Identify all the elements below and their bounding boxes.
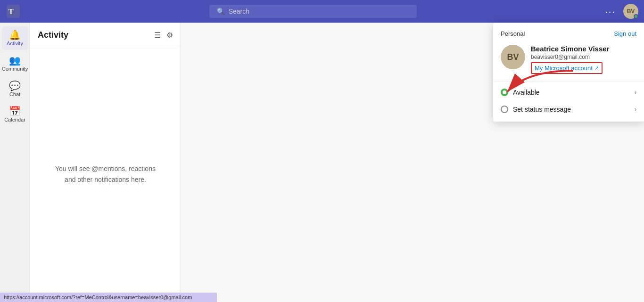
activity-title: Activity xyxy=(38,30,68,40)
dropdown-user-email: beavisser0@gmail.com xyxy=(531,54,609,60)
dropdown-avatar-initials: BV xyxy=(507,52,519,62)
activity-empty-state: You will see @mentions, reactions and ot… xyxy=(30,46,181,302)
sidebar-item-label-activity: Activity xyxy=(7,41,23,46)
teams-logo[interactable]: T xyxy=(6,4,21,19)
statusbar: https://account.microsoft.com/?ref=MeCon… xyxy=(0,293,217,302)
sidebar-item-label-community: Community xyxy=(2,66,28,72)
dropdown-user-section: BV Beatrice Simone Visser beavisser0@gma… xyxy=(493,41,644,80)
settings-icon[interactable]: ⚙ xyxy=(166,31,173,40)
set-status-chevron-icon: › xyxy=(635,106,636,113)
topbar: T 🔍 Search ··· BV xyxy=(0,0,644,23)
avatar-initials: BV xyxy=(627,8,635,15)
set-status-label: Set status message xyxy=(513,106,571,113)
set-status-left: Set status message xyxy=(501,106,571,113)
activity-header: Activity ☰ ⚙ xyxy=(30,23,181,46)
dropdown-user-info: Beatrice Simone Visser beavisser0@gmail.… xyxy=(531,45,609,74)
sidebar-item-label-chat: Chat xyxy=(9,91,20,97)
sidebar-item-calendar[interactable]: 📅 Calendar xyxy=(2,103,28,126)
ms-account-link[interactable]: My Microsoft account ↗ xyxy=(531,62,603,74)
avatar-status-indicator xyxy=(634,14,638,19)
status-dot-inner xyxy=(503,90,506,94)
set-status-message-item[interactable]: Set status message › xyxy=(493,101,644,118)
dropdown-section-label: Personal xyxy=(501,30,525,37)
search-bar[interactable]: 🔍 Search xyxy=(209,5,417,18)
available-chevron-icon: › xyxy=(635,89,636,96)
dropdown-divider-1 xyxy=(493,82,644,82)
search-placeholder: Search xyxy=(229,8,249,15)
sign-out-button[interactable]: Sign out xyxy=(614,30,636,37)
available-status-dot xyxy=(501,89,508,96)
activity-header-icons: ☰ ⚙ xyxy=(154,31,173,40)
chat-icon: 💬 xyxy=(9,81,21,90)
profile-avatar-button[interactable]: BV xyxy=(623,4,638,19)
more-options-button[interactable]: ··· xyxy=(605,6,616,17)
available-status-left: Available xyxy=(501,89,540,96)
activity-empty-text: You will see @mentions, reactions and ot… xyxy=(55,163,156,185)
svg-text:T: T xyxy=(8,8,14,16)
calendar-icon: 📅 xyxy=(9,106,21,116)
dropdown-avatar: BV xyxy=(501,45,525,69)
community-icon: 👥 xyxy=(9,56,21,65)
dropdown-user-name: Beatrice Simone Visser xyxy=(531,45,609,53)
sidebar-item-chat[interactable]: 💬 Chat xyxy=(2,77,28,101)
statusbar-url: https://account.microsoft.com/?ref=MeCon… xyxy=(4,294,192,300)
sidebar-item-label-calendar: Calendar xyxy=(4,117,25,122)
profile-dropdown: Personal Sign out BV Beatrice Simone Vis… xyxy=(493,23,644,122)
ms-account-label: My Microsoft account xyxy=(535,65,593,72)
available-label: Available xyxy=(513,89,540,96)
sidebar: 🔔 Activity 👥 Community 💬 Chat 📅 Calendar xyxy=(0,23,30,302)
filter-icon[interactable]: ☰ xyxy=(154,31,161,40)
dropdown-header: Personal Sign out xyxy=(493,23,644,41)
available-status-item[interactable]: Available › xyxy=(493,84,644,101)
activity-panel: Activity ☰ ⚙ You will see @mentions, rea… xyxy=(30,23,181,302)
status-ring-icon xyxy=(501,106,508,113)
topbar-right: ··· BV xyxy=(605,4,638,19)
search-icon: 🔍 xyxy=(217,8,225,15)
sidebar-item-activity[interactable]: 🔔 Activity xyxy=(2,26,28,50)
external-link-icon: ↗ xyxy=(594,65,599,71)
activity-icon: 🔔 xyxy=(9,30,21,40)
sidebar-item-community[interactable]: 👥 Community xyxy=(2,52,28,75)
